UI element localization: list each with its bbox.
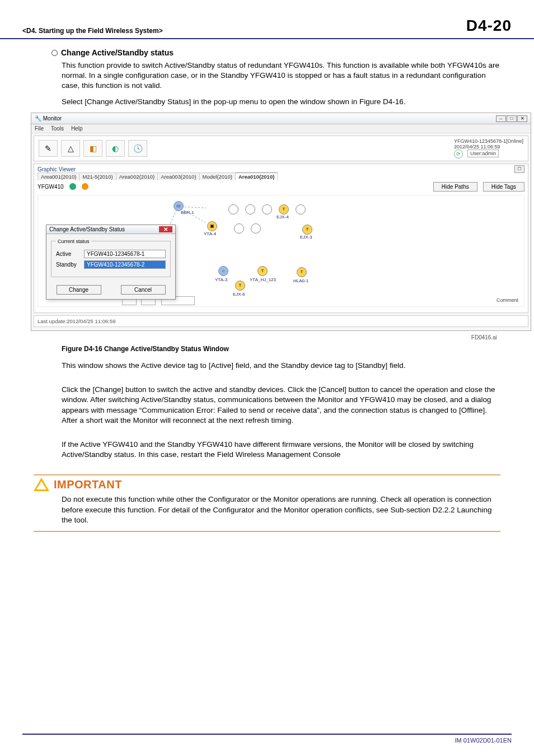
- status-panel: YFGW410-12345678-1[Online] 2012/04/25 11…: [454, 138, 523, 158]
- important-text: Do not execute this function while other…: [62, 494, 500, 525]
- node-empty[interactable]: [228, 204, 238, 214]
- label-hla01: HLA0-1: [293, 278, 308, 283]
- figure-caption: Figure D4-16 Change Active/Standby Statu…: [62, 345, 500, 353]
- page-footer: IM 01W02D01-01EN: [0, 734, 534, 744]
- node-yta4[interactable]: ▣: [207, 221, 217, 231]
- node-empty[interactable]: [296, 204, 306, 214]
- yfgw-label: YFGW410: [38, 184, 64, 190]
- paragraph: Select [Change Active/Standby Status] in…: [62, 97, 500, 107]
- change-status-dialog: Change Active/Standby Status ✕ Current s…: [46, 225, 176, 300]
- graphic-viewer-panel: □ Graphic Viewer Area001(2010)M21-5(2010…: [34, 164, 528, 313]
- important-block: ! IMPORTANT Do not execute this function…: [34, 468, 500, 532]
- maximize-icon[interactable]: □: [507, 115, 517, 122]
- screenshot-window: 🔧 Monitor –□✕ File Tools Help ✎ △ ◧ ◐ 🕓 …: [31, 113, 531, 331]
- node-empty[interactable]: [251, 223, 261, 234]
- tab-model[interactable]: Model(2010): [199, 172, 236, 180]
- node-empty[interactable]: [245, 204, 255, 214]
- close-icon[interactable]: ✕: [517, 115, 527, 122]
- divider: [34, 474, 500, 475]
- active-value: YFGW410-12345678-1: [84, 250, 166, 258]
- warning-icon: !: [34, 478, 49, 491]
- topology-canvas[interactable]: ▭ BBR-1 T EJX-4 ▣ YTA-4 T EJX-3 ○ HON-TE…: [38, 195, 524, 307]
- node-ejx6[interactable]: T: [235, 281, 245, 291]
- important-label: IMPORTANT: [54, 478, 122, 491]
- menu-file[interactable]: File: [35, 125, 44, 132]
- toolbar-btn-2[interactable]: △: [61, 140, 80, 157]
- node-ytahj[interactable]: T: [257, 266, 268, 276]
- toolbar-btn-3[interactable]: ◧: [83, 140, 102, 157]
- window-title: 🔧 Monitor: [35, 115, 62, 122]
- node-ejx3[interactable]: T: [302, 225, 312, 235]
- comment-label: Comment: [496, 297, 518, 303]
- label-ejx4: EJX-4: [277, 214, 289, 220]
- menu-tools[interactable]: Tools: [51, 125, 64, 132]
- menu-help[interactable]: Help: [71, 125, 83, 132]
- status-badge-orange: [82, 183, 88, 190]
- tab-m21[interactable]: M21-5(2010): [79, 172, 116, 180]
- label-yta4: YTA-4: [204, 231, 216, 236]
- toolbar-btn-1[interactable]: ✎: [39, 140, 58, 157]
- hide-paths-button[interactable]: Hide Paths: [433, 182, 477, 192]
- divider: [34, 531, 500, 532]
- tab-area003[interactable]: Area003(2010): [157, 172, 199, 180]
- label-ytahj: YTA_HJ_123: [250, 277, 276, 282]
- node-yta3[interactable]: ○: [218, 266, 228, 276]
- paragraph: This function provide to switch Active/S…: [62, 60, 500, 91]
- section-heading-text: Change Active/Standby status: [61, 48, 174, 57]
- area-tabs[interactable]: Area001(2010)M21-5(2010)Area002(2010)Are…: [38, 174, 524, 180]
- chapter-title: <D4. Starting up the Field Wireless Syst…: [22, 27, 163, 35]
- label-ejx3: EJX-3: [300, 235, 312, 240]
- status-timestamp: 2012/04/25 11:06:59: [454, 144, 523, 150]
- hide-tags-button[interactable]: Hide Tags: [483, 182, 524, 192]
- paragraph: If the Active YFGW410 and the Standby YF…: [62, 440, 500, 460]
- node-hla01[interactable]: T: [297, 267, 307, 277]
- standby-value: YFGW410-12345678-2: [84, 260, 166, 269]
- active-key: Active: [56, 251, 81, 257]
- node-empty[interactable]: [234, 223, 244, 234]
- status-online: YFGW410-12345678-1[Online]: [454, 138, 523, 144]
- user-label: User:admin: [467, 150, 499, 157]
- panel-undock-icon[interactable]: □: [514, 165, 524, 173]
- toolbar-btn-5[interactable]: 🕓: [128, 140, 147, 157]
- last-update-bar: Last update:2012/04/25 11:06:59: [34, 315, 528, 327]
- section-heading: Change Active/Standby status: [51, 48, 500, 57]
- label-ejx6: EJX-6: [233, 292, 245, 297]
- label-yta3: YTA-3: [215, 277, 227, 282]
- window-titlebar: 🔧 Monitor –□✕: [31, 113, 531, 124]
- menubar[interactable]: File Tools Help: [31, 124, 531, 133]
- dialog-title: Change Active/Standby Status: [49, 226, 125, 232]
- figure-code: FD0416.ai: [62, 333, 500, 340]
- cancel-button[interactable]: Cancel: [121, 285, 166, 295]
- status-badge-green: [69, 183, 76, 190]
- node-ejx4[interactable]: T: [279, 204, 289, 214]
- footer-code: IM 01W02D01-01EN: [22, 737, 512, 744]
- label-bbr1: BBR-1: [181, 210, 194, 215]
- dialog-close-icon[interactable]: ✕: [159, 226, 172, 232]
- tab-area002[interactable]: Area002(2010): [116, 172, 158, 180]
- toolbar-btn-4[interactable]: ◐: [106, 140, 125, 157]
- tab-area010[interactable]: Area010(2010): [235, 172, 278, 180]
- node-empty[interactable]: [262, 204, 272, 214]
- toolbar: ✎ △ ◧ ◐ 🕓 YFGW410-12345678-1[Online] 201…: [34, 136, 528, 161]
- page-number: D4-20: [466, 17, 512, 35]
- window-control-buttons[interactable]: –□✕: [495, 115, 527, 122]
- page-header: <D4. Starting up the Field Wireless Syst…: [0, 0, 534, 39]
- paragraph: This window shows the Active device tag …: [62, 361, 500, 371]
- standby-key: Standby: [56, 262, 81, 268]
- minimize-icon[interactable]: –: [496, 115, 506, 122]
- change-button[interactable]: Change: [57, 285, 101, 295]
- bullet-icon: [51, 50, 58, 56]
- paragraph: Click the [Change] button to switch the …: [62, 385, 500, 426]
- graphic-viewer-title: Graphic Viewer: [38, 166, 524, 172]
- dialog-legend: Current status: [56, 239, 91, 244]
- refresh-icon[interactable]: ⟳: [454, 150, 463, 158]
- tab-area001[interactable]: Area001(2010): [38, 172, 79, 180]
